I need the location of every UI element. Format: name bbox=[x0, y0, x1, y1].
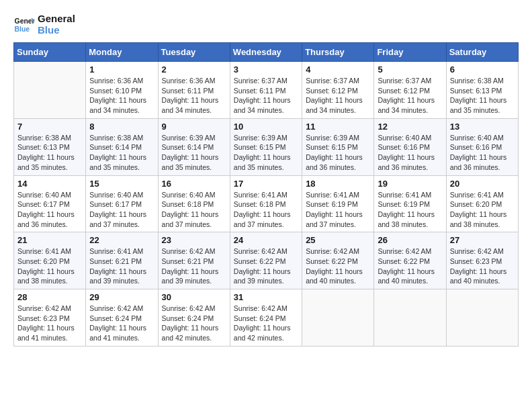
day-number: 9 bbox=[162, 122, 226, 132]
day-info: Sunrise: 6:39 AMSunset: 6:15 PMDaylight:… bbox=[234, 133, 298, 173]
day-info: Sunrise: 6:37 AMSunset: 6:11 PMDaylight:… bbox=[234, 76, 298, 116]
week-row-4: 21Sunrise: 6:41 AMSunset: 6:20 PMDayligh… bbox=[14, 232, 519, 289]
day-cell: 19Sunrise: 6:41 AMSunset: 6:19 PMDayligh… bbox=[374, 175, 446, 232]
svg-text:Blue: Blue bbox=[15, 25, 30, 32]
day-info: Sunrise: 6:40 AMSunset: 6:17 PMDaylight:… bbox=[17, 190, 82, 230]
day-number: 17 bbox=[234, 179, 298, 189]
header-cell-sunday: Sunday bbox=[14, 43, 86, 62]
day-cell: 1Sunrise: 6:36 AMSunset: 6:10 PMDaylight… bbox=[86, 62, 158, 119]
day-info: Sunrise: 6:42 AMSunset: 6:22 PMDaylight:… bbox=[234, 246, 298, 286]
day-number: 22 bbox=[89, 235, 154, 245]
logo-text-blue: Blue bbox=[38, 25, 75, 36]
day-info: Sunrise: 6:36 AMSunset: 6:11 PMDaylight:… bbox=[162, 76, 226, 116]
header-cell-thursday: Thursday bbox=[302, 43, 374, 62]
day-cell: 26Sunrise: 6:42 AMSunset: 6:22 PMDayligh… bbox=[374, 232, 446, 289]
day-cell: 10Sunrise: 6:39 AMSunset: 6:15 PMDayligh… bbox=[230, 118, 302, 175]
day-number: 6 bbox=[450, 64, 515, 75]
week-row-1: 1Sunrise: 6:36 AMSunset: 6:10 PMDaylight… bbox=[14, 62, 519, 119]
day-cell: 31Sunrise: 6:42 AMSunset: 6:24 PMDayligh… bbox=[230, 289, 302, 347]
day-number: 26 bbox=[378, 235, 442, 245]
calendar-header: SundayMondayTuesdayWednesdayThursdayFrid… bbox=[14, 43, 519, 62]
header-cell-tuesday: Tuesday bbox=[158, 43, 230, 62]
day-cell: 14Sunrise: 6:40 AMSunset: 6:17 PMDayligh… bbox=[14, 175, 86, 232]
day-cell: 20Sunrise: 6:41 AMSunset: 6:20 PMDayligh… bbox=[446, 175, 518, 232]
day-number: 14 bbox=[17, 179, 82, 189]
day-info: Sunrise: 6:42 AMSunset: 6:23 PMDaylight:… bbox=[17, 304, 82, 343]
day-cell: 8Sunrise: 6:38 AMSunset: 6:14 PMDaylight… bbox=[86, 118, 158, 175]
day-number: 2 bbox=[162, 64, 226, 75]
day-info: Sunrise: 6:41 AMSunset: 6:20 PMDaylight:… bbox=[17, 246, 82, 286]
day-number: 13 bbox=[450, 122, 515, 132]
day-number: 21 bbox=[17, 235, 82, 245]
calendar-table: SundayMondayTuesdayWednesdayThursdayFrid… bbox=[13, 42, 519, 347]
day-cell bbox=[374, 289, 446, 347]
day-cell: 9Sunrise: 6:39 AMSunset: 6:14 PMDaylight… bbox=[158, 118, 230, 175]
day-cell: 15Sunrise: 6:40 AMSunset: 6:17 PMDayligh… bbox=[86, 175, 158, 232]
day-number: 16 bbox=[162, 179, 226, 189]
day-info: Sunrise: 6:40 AMSunset: 6:16 PMDaylight:… bbox=[378, 133, 442, 173]
day-cell: 13Sunrise: 6:40 AMSunset: 6:16 PMDayligh… bbox=[446, 118, 518, 175]
day-info: Sunrise: 6:39 AMSunset: 6:15 PMDaylight:… bbox=[306, 133, 370, 173]
day-info: Sunrise: 6:41 AMSunset: 6:18 PMDaylight:… bbox=[234, 190, 298, 230]
day-info: Sunrise: 6:42 AMSunset: 6:23 PMDaylight:… bbox=[450, 246, 515, 286]
day-cell: 29Sunrise: 6:42 AMSunset: 6:24 PMDayligh… bbox=[86, 289, 158, 347]
day-cell: 5Sunrise: 6:37 AMSunset: 6:12 PMDaylight… bbox=[374, 62, 446, 119]
day-info: Sunrise: 6:41 AMSunset: 6:20 PMDaylight:… bbox=[450, 190, 515, 230]
day-cell bbox=[446, 289, 518, 347]
day-cell: 30Sunrise: 6:42 AMSunset: 6:24 PMDayligh… bbox=[158, 289, 230, 347]
day-cell: 4Sunrise: 6:37 AMSunset: 6:12 PMDaylight… bbox=[302, 62, 374, 119]
day-cell bbox=[302, 289, 374, 347]
day-number: 8 bbox=[89, 122, 154, 132]
day-number: 25 bbox=[306, 235, 370, 245]
calendar-body: 1Sunrise: 6:36 AMSunset: 6:10 PMDaylight… bbox=[14, 62, 519, 347]
day-info: Sunrise: 6:40 AMSunset: 6:16 PMDaylight:… bbox=[450, 133, 515, 173]
day-info: Sunrise: 6:38 AMSunset: 6:14 PMDaylight:… bbox=[89, 133, 154, 173]
day-number: 28 bbox=[17, 292, 82, 302]
day-cell: 2Sunrise: 6:36 AMSunset: 6:11 PMDaylight… bbox=[158, 62, 230, 119]
day-cell: 16Sunrise: 6:40 AMSunset: 6:18 PMDayligh… bbox=[158, 175, 230, 232]
header-row: SundayMondayTuesdayWednesdayThursdayFrid… bbox=[14, 43, 519, 62]
day-number: 4 bbox=[306, 64, 370, 75]
day-info: Sunrise: 6:37 AMSunset: 6:12 PMDaylight:… bbox=[378, 76, 442, 116]
header-cell-friday: Friday bbox=[374, 43, 446, 62]
day-info: Sunrise: 6:36 AMSunset: 6:10 PMDaylight:… bbox=[89, 76, 154, 116]
header-cell-wednesday: Wednesday bbox=[230, 43, 302, 62]
day-info: Sunrise: 6:40 AMSunset: 6:17 PMDaylight:… bbox=[89, 190, 154, 230]
day-number: 10 bbox=[234, 122, 298, 132]
day-number: 30 bbox=[162, 292, 226, 302]
day-info: Sunrise: 6:41 AMSunset: 6:19 PMDaylight:… bbox=[378, 190, 442, 230]
day-number: 19 bbox=[378, 179, 442, 189]
day-info: Sunrise: 6:42 AMSunset: 6:24 PMDaylight:… bbox=[234, 304, 298, 343]
day-number: 18 bbox=[306, 179, 370, 189]
day-cell: 17Sunrise: 6:41 AMSunset: 6:18 PMDayligh… bbox=[230, 175, 302, 232]
day-info: Sunrise: 6:38 AMSunset: 6:13 PMDaylight:… bbox=[17, 133, 82, 173]
day-number: 27 bbox=[450, 235, 515, 245]
day-cell: 28Sunrise: 6:42 AMSunset: 6:23 PMDayligh… bbox=[14, 289, 86, 347]
day-number: 3 bbox=[234, 64, 298, 75]
day-number: 24 bbox=[234, 235, 298, 245]
page-header: General Blue General Blue bbox=[13, 13, 519, 36]
week-row-5: 28Sunrise: 6:42 AMSunset: 6:23 PMDayligh… bbox=[14, 289, 519, 347]
day-number: 23 bbox=[162, 235, 226, 245]
day-number: 29 bbox=[89, 292, 154, 302]
day-cell: 11Sunrise: 6:39 AMSunset: 6:15 PMDayligh… bbox=[302, 118, 374, 175]
day-cell: 23Sunrise: 6:42 AMSunset: 6:21 PMDayligh… bbox=[158, 232, 230, 289]
day-number: 5 bbox=[378, 64, 442, 75]
day-info: Sunrise: 6:40 AMSunset: 6:18 PMDaylight:… bbox=[162, 190, 226, 230]
day-number: 1 bbox=[89, 64, 154, 75]
day-cell: 18Sunrise: 6:41 AMSunset: 6:19 PMDayligh… bbox=[302, 175, 374, 232]
day-info: Sunrise: 6:41 AMSunset: 6:21 PMDaylight:… bbox=[89, 246, 154, 286]
header-cell-saturday: Saturday bbox=[446, 43, 518, 62]
logo: General Blue General Blue bbox=[13, 13, 75, 36]
day-info: Sunrise: 6:42 AMSunset: 6:24 PMDaylight:… bbox=[89, 304, 154, 343]
logo-text-general: General bbox=[38, 13, 75, 25]
day-cell: 12Sunrise: 6:40 AMSunset: 6:16 PMDayligh… bbox=[374, 118, 446, 175]
day-cell: 22Sunrise: 6:41 AMSunset: 6:21 PMDayligh… bbox=[86, 232, 158, 289]
day-info: Sunrise: 6:37 AMSunset: 6:12 PMDaylight:… bbox=[306, 76, 370, 116]
day-info: Sunrise: 6:38 AMSunset: 6:13 PMDaylight:… bbox=[450, 76, 515, 116]
day-cell: 24Sunrise: 6:42 AMSunset: 6:22 PMDayligh… bbox=[230, 232, 302, 289]
day-cell bbox=[14, 62, 86, 119]
day-info: Sunrise: 6:42 AMSunset: 6:24 PMDaylight:… bbox=[162, 304, 226, 343]
day-number: 11 bbox=[306, 122, 370, 132]
day-number: 12 bbox=[378, 122, 442, 132]
